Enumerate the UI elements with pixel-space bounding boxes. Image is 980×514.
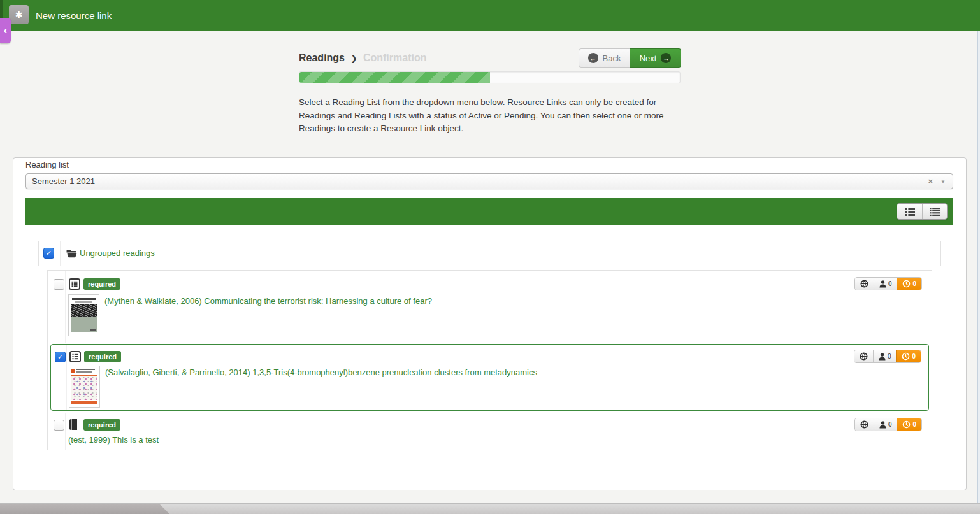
visibility-globe-icon[interactable] bbox=[855, 418, 874, 431]
resource-link-asterisk-icon: ✱ bbox=[9, 5, 29, 24]
view-toggle-group bbox=[897, 203, 948, 220]
wizard-nav-buttons: ← Back Next → bbox=[579, 48, 681, 68]
time-count: 0 bbox=[912, 353, 916, 360]
reading-citation-link[interactable]: (test, 1999) This is a test bbox=[68, 435, 159, 445]
reading-list-selected-value: Semester 1 2021 bbox=[32, 174, 95, 189]
clock-icon bbox=[902, 280, 911, 288]
cell-divider bbox=[65, 271, 66, 343]
next-button[interactable]: Next → bbox=[630, 48, 681, 68]
compact-view-button[interactable] bbox=[922, 204, 947, 219]
reading-selection-panel: Reading list Semester 1 2021 × ▼ ✓ Ungro bbox=[13, 157, 967, 490]
book-icon bbox=[69, 419, 78, 432]
bottom-bar-left-segment bbox=[0, 504, 169, 514]
reading-checkbox[interactable]: ✓ bbox=[54, 279, 64, 290]
progress-fill bbox=[299, 72, 490, 83]
visibility-globe-icon[interactable] bbox=[854, 350, 873, 362]
breadcrumb-step-readings: Readings bbox=[299, 52, 345, 64]
reading-thumbnail[interactable] bbox=[68, 294, 99, 336]
reading-stats-group: 0 0 bbox=[854, 418, 922, 431]
list-view-icon bbox=[905, 208, 915, 216]
breadcrumb: Readings ❯ Confirmation bbox=[299, 52, 426, 64]
next-arrow-icon: → bbox=[661, 53, 671, 63]
clock-icon bbox=[902, 352, 910, 361]
back-arrow-icon: ← bbox=[588, 53, 598, 63]
cell-divider bbox=[66, 345, 67, 410]
time-count-badge[interactable]: 0 bbox=[896, 350, 921, 362]
student-count-badge[interactable]: 0 bbox=[874, 418, 897, 431]
chevron-left-icon: ‹ bbox=[4, 25, 7, 36]
person-icon bbox=[879, 353, 886, 361]
reading-checkbox[interactable]: ✓ bbox=[54, 420, 64, 431]
readings-toolbar bbox=[25, 198, 953, 225]
student-count-badge[interactable]: 0 bbox=[874, 278, 897, 290]
readings-list: ✓ required 0 0 bbox=[47, 270, 932, 450]
page: ✱ New resource link ‹ Readings ❯ Confirm… bbox=[0, 0, 980, 514]
bottom-status-bar bbox=[0, 503, 980, 514]
visibility-globe-icon[interactable] bbox=[855, 278, 874, 290]
time-count-badge[interactable]: 0 bbox=[897, 278, 921, 290]
reading-stats-group: 0 0 bbox=[854, 277, 922, 290]
clock-icon bbox=[902, 420, 911, 429]
detailed-view-button[interactable] bbox=[897, 204, 922, 219]
student-count-badge[interactable]: 0 bbox=[873, 350, 897, 362]
scrollbar-track[interactable] bbox=[977, 31, 980, 503]
article-icon bbox=[69, 278, 80, 292]
wizard-instructions: Select a Reading List from the dropdown … bbox=[299, 96, 676, 136]
progress-bar bbox=[299, 71, 681, 83]
asterisk-glyph: ✱ bbox=[15, 10, 23, 20]
reading-citation-link[interactable]: (Mythen & Walklate, 2006) Communicating … bbox=[104, 296, 432, 306]
article-icon bbox=[69, 351, 81, 365]
dropdown-caret-icon[interactable]: ▼ bbox=[940, 174, 946, 190]
breadcrumb-step-confirmation: Confirmation bbox=[363, 52, 427, 64]
person-icon bbox=[879, 421, 886, 429]
importance-badge: required bbox=[84, 351, 121, 362]
page-title: New resource link bbox=[36, 0, 112, 31]
cell-divider bbox=[65, 413, 66, 450]
next-button-label: Next bbox=[640, 54, 657, 63]
clear-selection-icon[interactable]: × bbox=[928, 174, 933, 189]
importance-badge: required bbox=[83, 419, 120, 431]
reading-citation-link[interactable]: (Salvalaglio, Giberti, & Parrinello, 201… bbox=[105, 368, 537, 377]
time-count-badge[interactable]: 0 bbox=[897, 418, 921, 431]
back-button-label: Back bbox=[603, 54, 621, 63]
app-header: ✱ New resource link bbox=[0, 0, 980, 31]
cell-divider bbox=[60, 241, 61, 266]
reading-list-label: Reading list bbox=[25, 160, 69, 169]
group-link-ungrouped-readings[interactable]: Ungrouped readings bbox=[80, 248, 155, 258]
student-count: 0 bbox=[888, 421, 892, 428]
compact-list-view-icon bbox=[930, 208, 940, 216]
reading-thumbnail[interactable] bbox=[69, 366, 100, 408]
reading-row: ✓ required 0 0 bbox=[50, 344, 929, 411]
reading-row: ✓ required 0 0 bbox=[48, 413, 932, 450]
time-count: 0 bbox=[912, 421, 916, 428]
reading-row: ✓ required 0 0 bbox=[48, 271, 932, 343]
reading-list-select[interactable]: Semester 1 2021 × ▼ bbox=[25, 173, 953, 189]
reading-stats-group: 0 0 bbox=[854, 350, 921, 363]
importance-badge: required bbox=[83, 278, 120, 290]
group-checkbox[interactable]: ✓ bbox=[43, 248, 54, 259]
reading-checkbox[interactable]: ✓ bbox=[55, 352, 66, 362]
student-count: 0 bbox=[888, 353, 891, 360]
folder-icon bbox=[66, 249, 77, 261]
student-count: 0 bbox=[888, 280, 892, 287]
back-button[interactable]: ← Back bbox=[579, 48, 630, 68]
person-icon bbox=[879, 280, 886, 288]
breadcrumb-chevron-icon: ❯ bbox=[350, 53, 357, 63]
group-row-ungrouped: ✓ Ungrouped readings bbox=[38, 241, 941, 266]
time-count: 0 bbox=[912, 280, 916, 287]
sidebar-collapse-tab[interactable]: ‹ bbox=[0, 18, 11, 43]
